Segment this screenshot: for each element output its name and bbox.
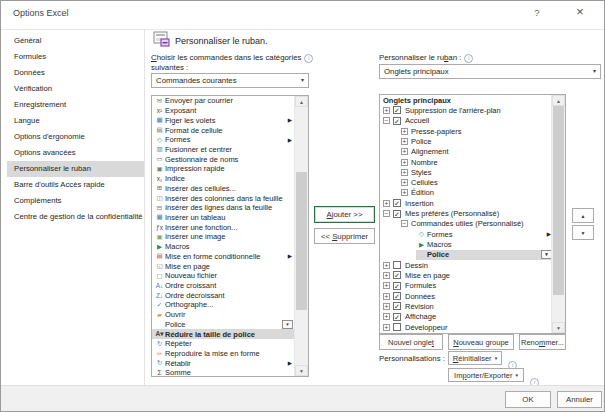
command-list-item[interactable]: Z↓Ordre décroissant	[152, 290, 295, 300]
expand-icon[interactable]: +	[383, 200, 390, 207]
checkbox[interactable]	[393, 261, 401, 269]
expand-icon[interactable]: +	[383, 293, 390, 300]
add-button[interactable]: Ajouter >>	[314, 206, 375, 223]
checkbox[interactable]	[393, 323, 401, 331]
commands-scrollbar[interactable]: ▲ ▼	[294, 96, 308, 376]
tree-item[interactable]: −Commandes utiles (Personnalisé)	[380, 219, 552, 229]
reset-button[interactable]: Réinitialiser▾	[448, 351, 502, 365]
sidebar-item[interactable]: Barre d'outils Accès rapide	[7, 177, 144, 193]
command-list-item[interactable]: ▣Insérer une image	[152, 232, 295, 242]
command-list-item[interactable]: x₁Indice	[152, 174, 295, 184]
scrollbar-thumb[interactable]	[296, 172, 307, 310]
tree-scrollbar[interactable]: ▲ ▼	[551, 95, 565, 333]
tree-item[interactable]: Police▾	[416, 250, 552, 260]
rename-button[interactable]: Renommer...	[519, 334, 566, 350]
tree-item[interactable]: +✓Formules	[380, 281, 552, 291]
tree-item[interactable]: +✓Révision	[380, 301, 552, 311]
scrollbar-thumb[interactable]	[553, 106, 564, 295]
command-list-item[interactable]: A↓Ordre croissant	[152, 281, 295, 291]
tree-item[interactable]: +Presse-papiers	[380, 126, 552, 136]
scroll-up-icon[interactable]: ▲	[295, 96, 308, 107]
expand-icon[interactable]: +	[383, 282, 390, 289]
command-list-item[interactable]: ⊞Insérer des cellules...	[152, 183, 295, 193]
tree-item[interactable]: ◇Formes▶	[380, 229, 552, 239]
tree-item[interactable]: +✓Suppression de l'arrière-plan	[380, 105, 552, 115]
sidebar-item[interactable]: Compléments	[7, 193, 144, 209]
scroll-down-icon[interactable]: ▼	[552, 322, 565, 333]
sidebar-item[interactable]: Options d'ergonomie	[7, 129, 144, 145]
move-down-button[interactable]: ▼	[572, 225, 594, 240]
command-list-item[interactable]: ↻Répéter	[152, 339, 295, 349]
command-list-item[interactable]: Police▾	[152, 320, 295, 330]
tree-item[interactable]: +Nombre	[380, 157, 552, 167]
tree-item[interactable]: +Alignement	[380, 147, 552, 157]
tree-item[interactable]: +✓Affichage	[380, 312, 552, 322]
expand-icon[interactable]: +	[401, 159, 408, 166]
sidebar-item[interactable]: Général	[7, 33, 144, 49]
expand-icon[interactable]: +	[383, 313, 390, 320]
ok-button[interactable]: OK	[505, 391, 551, 408]
command-list-item[interactable]: ΣSomme	[152, 368, 295, 376]
command-list-item[interactable]: ▤Format de cellule	[152, 125, 295, 135]
sidebar-item[interactable]: Centre de gestion de la confidentialité	[7, 209, 144, 225]
command-list-item[interactable]: ✉Envoyer par courrier	[152, 96, 295, 106]
move-up-button[interactable]: ▲	[572, 208, 594, 223]
expand-icon[interactable]: +	[383, 324, 390, 331]
command-list-item[interactable]: ◱Mise en page	[152, 261, 295, 271]
expand-icon[interactable]: +	[401, 148, 408, 155]
cancel-button[interactable]: Annuler	[557, 391, 602, 408]
sidebar-item[interactable]: Personnaliser le ruban	[7, 161, 144, 177]
tree-item[interactable]: +Dessin	[380, 260, 552, 270]
item-dropdown-icon[interactable]: ▾	[282, 320, 293, 329]
checkbox[interactable]: ✓	[393, 210, 401, 218]
checkbox[interactable]: ✓	[393, 313, 401, 321]
expand-icon[interactable]: +	[401, 138, 408, 145]
command-list-item[interactable]: ▥Fusionner et centrer	[152, 145, 295, 155]
tree-item[interactable]: +Police	[380, 136, 552, 146]
command-list-item[interactable]: ◇Formes▶	[152, 135, 295, 145]
tree-item[interactable]: +Développeur	[380, 322, 552, 332]
command-list-item[interactable]: ▭Gestionnaire de noms	[152, 154, 295, 164]
tree-item[interactable]: +Styles	[380, 167, 552, 177]
expand-icon[interactable]: +	[383, 262, 390, 269]
new-tab-button[interactable]: Nouvel onglet	[379, 334, 443, 350]
checkbox[interactable]: ✓	[393, 106, 401, 114]
command-list-item[interactable]: ▶Macros	[152, 242, 295, 252]
scroll-up-icon[interactable]: ▲	[552, 95, 565, 106]
sidebar-item[interactable]: Données	[7, 65, 144, 81]
scroll-down-icon[interactable]: ▼	[295, 365, 308, 376]
sidebar-item[interactable]: Options avancées	[7, 145, 144, 161]
collapse-icon[interactable]: −	[401, 220, 408, 227]
command-list-item[interactable]: ▦Insérer un tableau	[152, 213, 295, 223]
sidebar-item[interactable]: Vérification	[7, 81, 144, 97]
checkbox[interactable]: ✓	[393, 302, 401, 310]
command-list-item[interactable]: ▰Ouvrir	[152, 310, 295, 320]
command-list-item[interactable]: x¹Exposant	[152, 106, 295, 116]
expand-icon[interactable]: +	[401, 179, 408, 186]
command-list-item[interactable]: A▾Réduire la taille de police	[152, 329, 295, 339]
tree-item[interactable]: +Édition	[380, 188, 552, 198]
expand-icon[interactable]: +	[383, 303, 390, 310]
sidebar-item[interactable]: Langue	[7, 113, 144, 129]
remove-button[interactable]: << Supprimer	[314, 228, 375, 244]
expand-icon[interactable]: +	[401, 128, 408, 135]
expand-icon[interactable]: +	[383, 272, 390, 279]
sidebar-item[interactable]: Formules	[7, 49, 144, 65]
tree-item[interactable]: +Cellules	[380, 178, 552, 188]
checkbox[interactable]: ✓	[393, 117, 401, 125]
command-list-item[interactable]: ✏Reproduire la mise en forme	[152, 349, 295, 359]
command-list-item[interactable]: ▤Mise en forme conditionnelle▶	[152, 252, 295, 262]
tree-item[interactable]: ▶Macros	[380, 239, 552, 249]
expand-icon[interactable]: +	[401, 169, 408, 176]
collapse-icon[interactable]: −	[383, 210, 390, 217]
expand-icon[interactable]: +	[383, 107, 390, 114]
checkbox[interactable]: ✓	[393, 271, 401, 279]
command-list-item[interactable]: ▢Nouveau fichier	[152, 271, 295, 281]
command-list-item[interactable]: ↻Rétablir▶	[152, 358, 295, 368]
import-export-button[interactable]: Importer/Exporter▾	[448, 368, 524, 382]
checkbox[interactable]: ✓	[393, 199, 401, 207]
sidebar-item[interactable]: Enregistrement	[7, 97, 144, 113]
tree-item[interactable]: +✓Mise en page	[380, 270, 552, 280]
tree-item[interactable]: −✓Mes préférés (Personnalisé)	[380, 208, 552, 218]
close-icon[interactable]: ×	[572, 4, 588, 19]
